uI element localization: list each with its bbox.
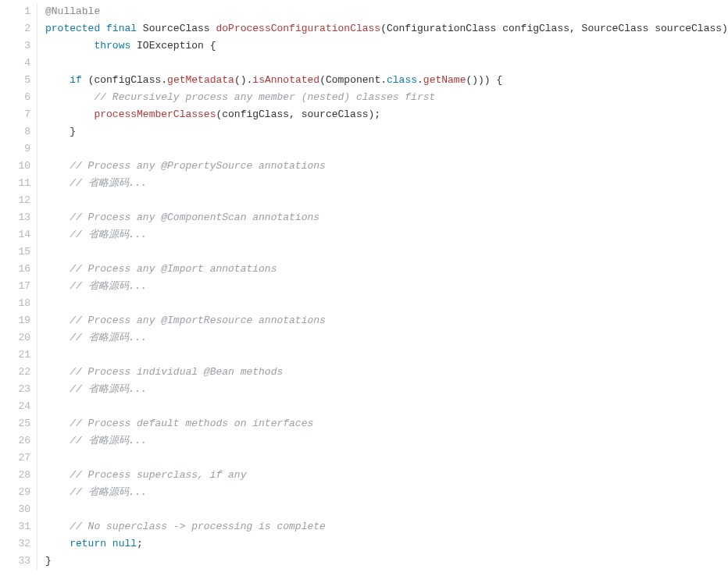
brace-token: { [210, 40, 216, 52]
line-number: 27 [0, 450, 30, 467]
line-number: 7 [0, 106, 30, 123]
line-number: 28 [0, 467, 30, 484]
comment-token: // Process any @ImportResource annotatio… [70, 315, 326, 326]
code-line: } [45, 123, 728, 140]
line-number: 9 [0, 140, 30, 158]
comment-token: // 省略源码... [70, 332, 147, 343]
comment-token: // 省略源码... [70, 383, 147, 395]
comment-token: // 省略源码... [70, 280, 147, 292]
line-number: 24 [0, 398, 30, 415]
plain-token: . [380, 74, 387, 86]
code-line: // Process any @ImportResource annotatio… [45, 312, 728, 329]
plain-token: , [569, 23, 582, 34]
comment-token: // 省略源码... [70, 486, 147, 498]
plain-token: ; [137, 538, 143, 549]
code-line: if (configClass.getMetadata().isAnnotate… [45, 72, 728, 89]
line-number: 18 [0, 295, 30, 312]
annotation-token: @Nullable [45, 5, 100, 17]
code-line: // 省略源码... [45, 226, 728, 244]
code-line: // 省略源码... [45, 278, 728, 295]
line-number: 25 [0, 415, 30, 432]
keyword-token: final [106, 23, 137, 34]
line-number: 14 [0, 226, 30, 244]
line-number: 12 [0, 192, 30, 209]
comment-token: // Process individual @Bean methods [70, 366, 283, 378]
identifier-token: configClass [222, 108, 289, 120]
code-line: protected final SourceClass doProcessCon… [45, 20, 728, 37]
plain-token: . [417, 74, 423, 86]
line-number: 1 [0, 3, 30, 20]
code-line [45, 347, 728, 364]
identifier-token: sourceClass [302, 108, 369, 120]
code-line: // 省略源码... [45, 484, 728, 501]
keyword-token: return [70, 538, 106, 549]
comment-token: // 省略源码... [70, 435, 147, 446]
brace-token: } [70, 126, 76, 137]
keyword-token: throws [94, 40, 130, 52]
line-number: 6 [0, 89, 30, 106]
line-number: 29 [0, 484, 30, 501]
line-number: 3 [0, 37, 30, 55]
line-number: 23 [0, 381, 30, 398]
code-line: throws IOException { [45, 37, 728, 55]
line-number: 26 [0, 432, 30, 450]
code-line: // Process any @ComponentScan annotation… [45, 209, 728, 226]
code-line: @Nullable [45, 3, 728, 20]
method-call-token: getMetadata [167, 74, 234, 86]
plain-token: ( [319, 74, 326, 86]
line-number: 21 [0, 347, 30, 364]
line-number: 4 [0, 55, 30, 72]
code-line: // Process default methods on interfaces [45, 415, 728, 432]
param-token: SourceClass sourceClass [582, 23, 722, 34]
code-line [45, 501, 728, 518]
code-line: // Process any @Import annotations [45, 261, 728, 278]
comment-token: // Process any @PropertySource annotatio… [70, 160, 326, 172]
code-line [45, 192, 728, 209]
line-number: 30 [0, 501, 30, 518]
line-number: 10 [0, 158, 30, 175]
code-line: // 省略源码... [45, 432, 728, 450]
plain-token: ( [380, 23, 387, 34]
code-line [45, 295, 728, 312]
method-name-token: doProcessConfigurationClass [216, 23, 381, 34]
line-number: 22 [0, 364, 30, 381]
code-line: // 省略源码... [45, 329, 728, 347]
type-token: SourceClass [143, 23, 210, 34]
keyword-token: class [387, 74, 417, 86]
comment-token: // 省略源码... [70, 229, 147, 240]
line-number: 32 [0, 535, 30, 553]
line-number: 2 [0, 20, 30, 37]
line-number: 15 [0, 244, 30, 261]
method-call-token: isAnnotated [252, 74, 319, 86]
line-number: 33 [0, 553, 30, 570]
code-line: // Process superclass, if any [45, 467, 728, 484]
comment-token: // Process default methods on interfaces [70, 418, 313, 429]
code-line: } [45, 553, 728, 570]
line-number: 8 [0, 123, 30, 140]
code-content[interactable]: @Nullable protected final SourceClass do… [37, 3, 728, 570]
comment-token: // Process superclass, if any [70, 469, 246, 481]
plain-token: , [289, 108, 302, 120]
code-line: // Process any @PropertySource annotatio… [45, 158, 728, 175]
comment-token: // 省略源码... [70, 177, 147, 189]
comment-token: // Process any @Import annotations [70, 263, 277, 275]
line-number: 11 [0, 175, 30, 192]
code-line: // 省略源码... [45, 381, 728, 398]
code-line [45, 140, 728, 158]
code-line: return null; [45, 535, 728, 553]
plain-token: . [161, 74, 167, 86]
plain-token: ())) [466, 74, 496, 86]
line-number: 17 [0, 278, 30, 295]
code-line [45, 398, 728, 415]
code-line: processMemberClasses(configClass, source… [45, 106, 728, 123]
brace-token: } [45, 555, 52, 567]
code-line [45, 244, 728, 261]
line-number: 16 [0, 261, 30, 278]
line-number: 19 [0, 312, 30, 329]
keyword-token: if [70, 74, 82, 86]
param-token: ConfigurationClass configClass [387, 23, 569, 34]
keyword-token: protected [45, 23, 100, 34]
plain-token: (). [234, 74, 252, 86]
comment-token: // No superclass -> processing is comple… [70, 521, 326, 532]
comment-token: // Process any @ComponentScan annotation… [70, 212, 319, 223]
